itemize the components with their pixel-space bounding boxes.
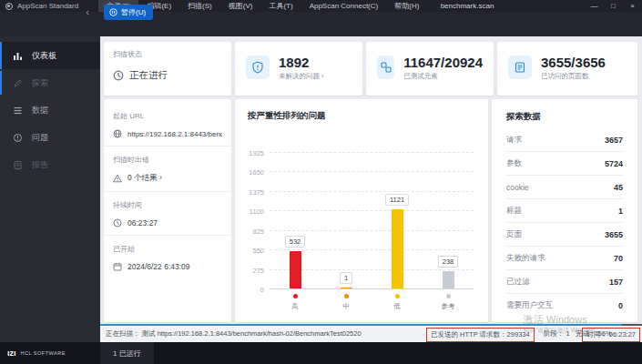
explore-row-value: 45 [614,183,623,192]
explore-row-value: 0 [618,301,623,310]
running-scan-tab[interactable]: 1 已运行 [100,342,154,364]
close-button[interactable]: × [623,0,642,12]
explore-row-8: 需要用户交互0 [506,294,623,318]
bar-value-label: 532 [285,236,306,248]
pause-button-label: 暂停(U) [121,7,146,17]
status-phase: 阶段： 1 [544,329,570,338]
scan-info-value[interactable]: 0 个结果 › [113,173,222,184]
bar-column-中[interactable]: 1 [326,272,366,288]
explore-row-label: 需要用户交互 [506,300,553,311]
y-tick-label: 1925 [249,149,264,157]
scan-info-text: https://192.168.2.1:8443/benchm... [127,130,222,138]
menu-item-4[interactable]: 视图(V) [220,0,261,12]
explore-row-5: 页面3655 [506,223,623,247]
hcl-brand-text: HCL SOFTWARE [21,350,66,356]
explore-row-2: 参数5724 [506,152,623,176]
appscan-logo-icon [5,3,13,10]
pause-button[interactable]: 暂停(U) [104,5,153,20]
explore-row-label: 标题 [506,206,522,217]
calendar-icon [113,262,122,271]
tested-elements-card: 11647/20924 已测试元素 [366,42,494,96]
explore-data-panel: 探索数据 请求3657参数5724cookie45标题1页面3655失败的请求7… [492,99,637,322]
scan-info-value[interactable]: https://192.168.2.1:8443/benchm... [113,129,222,138]
x-label-中: 中 [326,294,366,311]
sidebar-item-3[interactable]: 数据 [0,96,100,124]
scan-info-panel: 起始 URLhttps://192.168.2.1:8443/benchm...… [104,99,231,322]
explore-row-4: 标题1 [506,199,623,223]
explore-row-value: 70 [614,254,623,263]
tested-elements-label: 已测试元素 [403,72,483,81]
scan-info-row-4: 已开始2024/6/22 6:43:09 [104,236,231,278]
elements-icon [377,56,394,79]
bottom-bar: ızı HCL SOFTWARE 1 已运行 [0,342,642,364]
menu-item-6[interactable]: AppScan Connect(C) [301,0,387,12]
bar-参考 [443,271,454,288]
visited-pages-label: 已访问的页面数 [541,72,606,81]
http-requests-counter: 已发送的 HTTP 请求数：299334 [426,328,535,342]
x-label-低: 低 [377,294,417,311]
menu-item-5[interactable]: 工具(T) [260,0,301,12]
sidebar-item-4[interactable]: 问题 [0,124,100,151]
x-label-高: 高 [275,294,315,311]
explore-row-value: 157 [609,278,623,287]
visited-pages-card: 3655/3656 已访问的页面数 [497,42,637,96]
scan-info-row-3: 持续时间06:23:27 [104,192,231,236]
status-bar: 正在扫描： 测试 https://192.168.2.1:8443/benchm… [100,326,642,342]
window-title: benchmark.scan [408,0,526,12]
explore-row-value: 1 [618,207,623,216]
explore-row-label: cookie [506,183,529,192]
scan-status-label: 扫描状态 [113,49,222,59]
warning-icon [113,174,122,183]
x-label-text: 高 [291,302,299,311]
issues-card[interactable]: 1892 未解决的问题 › [235,42,362,96]
sidebar-item-2[interactable]: 探索 [0,69,100,96]
explore-row-label: 失败的请求 [506,253,545,264]
explore-row-1: 请求3657 [506,128,623,152]
edge-accent-bar [0,71,2,95]
sidebar-item-5[interactable]: 报告 [0,151,100,178]
explore-row-label: 请求 [506,135,522,146]
pause-icon [109,8,117,16]
y-tick-label: 550 [252,247,264,255]
scan-info-label: 扫描时出错 [113,155,222,165]
sidebar-item-label: 数据 [32,105,48,116]
maximize-button[interactable]: □ [604,0,623,12]
sidebar-collapse-chevron[interactable]: ‹ [80,5,95,19]
scan-status-value: 正在进行 [129,69,168,82]
bar-高 [290,251,301,288]
menu-item-3[interactable]: 扫描(S) [179,0,220,12]
bar-value-label: 1121 [385,194,409,206]
report-icon [13,160,23,170]
explore-row-3: cookie45 [506,176,623,199]
severity-dot [344,294,349,298]
tested-elements-count: 11647/20924 [403,56,483,70]
bar-column-低[interactable]: 1121 [377,194,417,288]
bar-value-label: 238 [438,256,459,268]
scan-info-row-1: 起始 URLhttps://192.168.2.1:8443/benchm... [104,103,231,147]
y-tick-label: 0 [260,286,264,294]
bar-column-参考[interactable]: 238 [428,256,468,288]
in-progress-clock-icon [113,70,124,81]
scan-info-label: 起始 URL [113,111,222,121]
sidebar-item-1[interactable]: 仪表板 [0,42,100,69]
sidebar-item-label: 探索 [32,77,48,89]
severity-dot [446,294,451,298]
minimize-button[interactable]: — [585,0,604,12]
explore-row-7: 已过滤157 [506,270,623,294]
scan-info-text: 06:23:27 [127,218,158,228]
unresolved-issues-label[interactable]: 未解决的问题 › [279,72,324,81]
explore-row-value: 5724 [605,159,623,168]
app-name: AppScan Standard [17,2,78,10]
explore-row-label: 页面 [506,229,522,240]
explore-icon [13,78,23,88]
scan-progress-bar [100,324,642,326]
x-label-text: 中 [342,302,350,311]
scan-status-card: 扫描状态 正在进行 [104,42,231,96]
scan-info-row-2: 扫描时出错0 个结果 › [104,147,231,192]
scan-info-value: 06:23:27 [113,218,222,228]
dashboard-icon [13,51,23,61]
bar-column-高[interactable]: 532 [275,236,315,288]
explore-row-value: 3655 [605,230,623,239]
sidebar: 仪表板探索数据问题报告 [0,36,100,342]
scan-info-label: 已开始 [113,244,222,254]
